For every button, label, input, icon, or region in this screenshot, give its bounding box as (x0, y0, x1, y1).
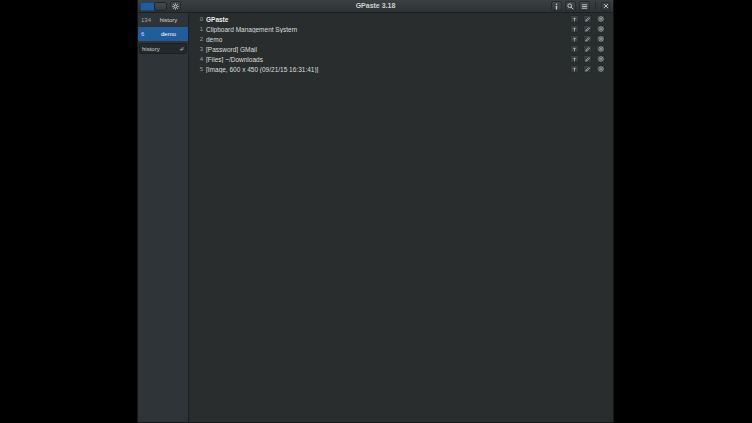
delete-icon (598, 66, 604, 72)
menu-button[interactable] (579, 1, 590, 11)
header-right-controls (551, 1, 613, 11)
clipboard-item-row[interactable]: 1 Clipboard Management System (189, 24, 613, 34)
history-list: 134 history 6 demo (138, 13, 188, 41)
history-sidebar: 134 history 6 demo (138, 13, 189, 422)
about-button[interactable] (551, 1, 562, 11)
delete-button[interactable] (596, 25, 605, 33)
upload-icon (572, 67, 577, 72)
item-actions (570, 35, 605, 43)
clipboard-list: 0 GPaste (189, 13, 613, 422)
history-list-item[interactable]: 6 demo (138, 27, 188, 41)
edit-button[interactable] (583, 45, 592, 53)
upload-icon (572, 47, 577, 52)
edit-icon (585, 27, 590, 32)
item-index: 3 (197, 46, 203, 52)
upload-button[interactable] (570, 15, 579, 23)
item-index: 1 (197, 26, 203, 32)
item-actions (570, 15, 605, 23)
header-left-controls (138, 1, 181, 11)
edit-icon (585, 47, 590, 52)
item-index: 4 (197, 56, 203, 62)
clipboard-item-row[interactable]: 0 GPaste (189, 14, 613, 24)
info-icon (553, 3, 560, 10)
item-actions (570, 65, 605, 73)
edit-icon (585, 67, 590, 72)
item-text: [Image, 600 x 450 (09/21/15 16:31:41)] (206, 66, 564, 73)
window-body: 134 history 6 demo 0 GPaste (138, 13, 613, 422)
edit-button[interactable] (583, 35, 592, 43)
close-button[interactable] (601, 2, 610, 11)
gpaste-window: GPaste 3.18 (138, 0, 613, 422)
upload-button[interactable] (570, 25, 579, 33)
delete-icon (598, 46, 604, 52)
history-list-item[interactable]: 134 history (138, 13, 188, 27)
history-entry-wrap (139, 43, 187, 54)
desktop-background: GPaste 3.18 (0, 0, 752, 423)
item-index: 5 (197, 66, 203, 72)
upload-button[interactable] (570, 65, 579, 73)
delete-icon (598, 16, 604, 22)
clipboard-item-row[interactable]: 5 [Image, 600 x 450 (09/21/15 16:31:41)] (189, 64, 613, 74)
edit-icon (585, 37, 590, 42)
item-actions (570, 55, 605, 63)
upload-icon (572, 17, 577, 22)
item-index: 2 (197, 36, 203, 42)
menu-icon (581, 3, 588, 10)
delete-button[interactable] (596, 55, 605, 63)
clipboard-item-row[interactable]: 3 [Password] GMail (189, 44, 613, 54)
upload-icon (572, 37, 577, 42)
delete-button[interactable] (596, 15, 605, 23)
delete-icon (598, 26, 604, 32)
delete-button[interactable] (596, 65, 605, 73)
item-text: GPaste (206, 16, 564, 23)
history-item-count: 134 (138, 17, 153, 23)
item-index: 0 (197, 16, 203, 22)
edit-button[interactable] (583, 65, 592, 73)
clipboard-item-row[interactable]: 2 demo (189, 34, 613, 44)
history-item-label: demo (153, 31, 188, 37)
upload-button[interactable] (570, 35, 579, 43)
upload-button[interactable] (570, 55, 579, 63)
titlebar-separator (595, 2, 596, 10)
item-text: [Password] GMail (206, 46, 564, 53)
history-item-count: 6 (138, 31, 153, 37)
delete-button[interactable] (596, 45, 605, 53)
settings-button[interactable] (170, 1, 181, 11)
search-icon (567, 3, 574, 10)
edit-button[interactable] (583, 55, 592, 63)
tracking-switch[interactable] (140, 2, 167, 11)
window-title: GPaste 3.18 (138, 0, 613, 12)
gear-icon (172, 3, 179, 10)
edit-button[interactable] (583, 15, 592, 23)
item-actions (570, 45, 605, 53)
edit-button[interactable] (583, 25, 592, 33)
upload-icon (572, 57, 577, 62)
clipboard-item-row[interactable]: 4 [Files] ~/Downloads (189, 54, 613, 64)
header-bar: GPaste 3.18 (138, 0, 613, 13)
item-text: [Files] ~/Downloads (206, 56, 564, 63)
delete-icon (598, 36, 604, 42)
item-text: Clipboard Management System (206, 26, 564, 33)
edit-icon (585, 57, 590, 62)
history-item-label: history (153, 17, 188, 23)
history-entry[interactable] (140, 44, 179, 53)
switch-knob (154, 2, 167, 11)
close-icon (603, 3, 609, 9)
item-text: demo (206, 36, 564, 43)
enter-icon (179, 46, 184, 52)
delete-icon (598, 56, 604, 62)
upload-button[interactable] (570, 45, 579, 53)
edit-icon (585, 17, 590, 22)
delete-button[interactable] (596, 35, 605, 43)
search-button[interactable] (565, 1, 576, 11)
upload-icon (572, 27, 577, 32)
item-actions (570, 25, 605, 33)
